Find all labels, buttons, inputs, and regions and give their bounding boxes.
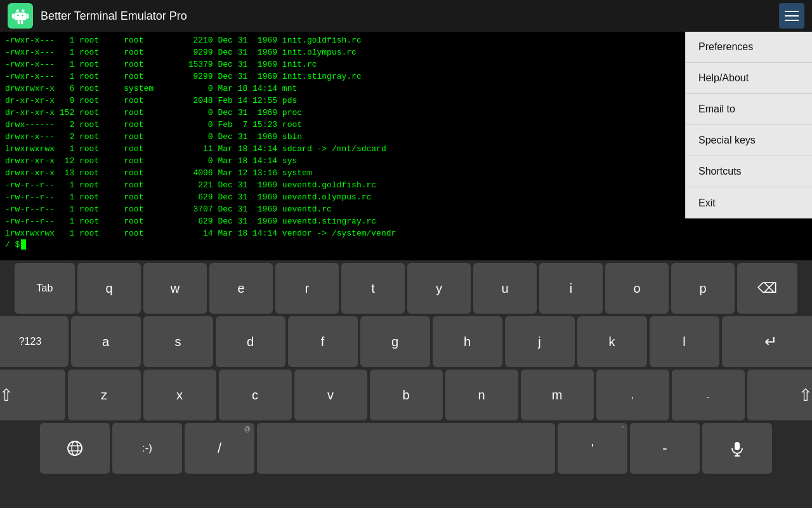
key-comma[interactable]: ,	[596, 370, 669, 420]
app-header: Better Terminal Emulator Pro	[0, 0, 812, 32]
key-j[interactable]: j	[505, 316, 575, 367]
svg-rect-13	[735, 442, 740, 450]
apostrophe-sub: "	[621, 425, 624, 432]
keyboard-row-3: ⇧ z x c v b n m , . ⇧	[1, 370, 811, 420]
key-a[interactable]: a	[71, 316, 141, 367]
terminal-line: -rwxr-x--- 1 root root 9299 Dec 31 1969 …	[5, 46, 680, 58]
key-b[interactable]: b	[370, 370, 443, 420]
menu-item-preferences[interactable]: Preferences	[686, 32, 812, 63]
menu-button[interactable]	[779, 3, 804, 29]
terminal-line: dr-xr-xr-x 152 root root 0 Dec 31 1969 p…	[5, 107, 680, 119]
key-g[interactable]: g	[360, 316, 430, 367]
android-logo	[8, 3, 33, 29]
globe-icon	[66, 439, 84, 457]
key-mic[interactable]	[702, 423, 772, 474]
terminal-output[interactable]: -rwxr-x--- 1 root root 2210 Dec 31 1969 …	[0, 32, 685, 260]
key-t[interactable]: t	[341, 263, 405, 314]
svg-point-9	[68, 441, 82, 455]
menu-line	[785, 11, 799, 12]
terminal-line: -rwxr-x--- 1 root root 9299 Dec 31 1969 …	[5, 70, 680, 83]
key-space[interactable]	[257, 423, 555, 474]
key-r[interactable]: r	[275, 263, 339, 314]
terminal-line: drwx------ 2 root root 0 Feb 7 15:23 roo…	[5, 119, 680, 131]
key-enter[interactable]: ↵	[722, 316, 813, 367]
virtual-keyboard: Tab q w e r t y u i o p ⌫ ?123 a s d f g…	[0, 260, 812, 508]
key-apostrophe[interactable]: ' "	[558, 423, 627, 474]
terminal-section: -rwxr-x--- 1 root root 2210 Dec 31 1969 …	[0, 32, 812, 260]
terminal-line: drwxr-xr-x 13 root root 4096 Mar 12 13:1…	[5, 167, 680, 179]
keyboard-row-2: ?123 a s d f g h j k l ↵	[1, 316, 811, 367]
terminal-text: -rwxr-x--- 1 root root 2210 Dec 31 1969 …	[5, 34, 680, 239]
mic-icon	[728, 439, 746, 457]
key-y[interactable]: y	[407, 263, 471, 314]
svg-point-10	[72, 441, 78, 455]
menu-item-shortcuts[interactable]: Shortcuts	[686, 156, 812, 187]
app-title: Better Terminal Emulator Pro	[41, 10, 779, 23]
key-123[interactable]: ?123	[0, 316, 69, 367]
svg-rect-4	[27, 14, 29, 19]
svg-point-1	[21, 9, 25, 13]
menu-line	[785, 20, 799, 21]
key-x[interactable]: x	[143, 370, 216, 420]
key-backspace[interactable]: ⌫	[737, 263, 797, 314]
svg-point-8	[22, 15, 23, 17]
terminal-line: drwxrwxr-x 6 root system 0 Mar 18 14:14 …	[5, 83, 680, 95]
terminal-line: -rw-r--r-- 1 root root 629 Dec 31 1969 u…	[5, 191, 680, 203]
key-e[interactable]: e	[209, 263, 273, 314]
svg-rect-5	[18, 20, 20, 24]
key-smiley[interactable]: :-)	[112, 423, 182, 474]
terminal-line: lrwxrwxrwx 1 root root 14 Mar 18 14:14 v…	[5, 227, 680, 239]
key-v[interactable]: v	[294, 370, 367, 420]
key-f[interactable]: f	[288, 316, 358, 367]
key-s[interactable]: s	[143, 316, 213, 367]
key-p[interactable]: p	[671, 263, 735, 314]
key-m[interactable]: m	[521, 370, 594, 420]
terminal-line: -rw-r--r-- 1 root root 3707 Dec 31 1969 …	[5, 203, 680, 215]
key-u[interactable]: u	[473, 263, 537, 314]
terminal-line: lrwxrwxrwx 1 root root 11 Mar 18 14:14 s…	[5, 143, 680, 155]
key-d[interactable]: d	[216, 316, 285, 367]
key-period[interactable]: .	[672, 370, 745, 420]
terminal-line: -rw-r--r-- 1 root root 221 Dec 31 1969 u…	[5, 179, 680, 191]
key-shift-right[interactable]: ⇧	[747, 370, 813, 420]
keyboard-row-1: Tab q w e r t y u i o p ⌫	[1, 263, 811, 314]
svg-point-7	[17, 15, 19, 17]
terminal-prompt-line: / $	[5, 239, 680, 250]
key-l[interactable]: l	[650, 316, 719, 367]
svg-rect-3	[12, 14, 15, 19]
key-q[interactable]: q	[77, 263, 141, 314]
terminal-line: -rw-r--r-- 1 root root 629 Dec 31 1969 u…	[5, 215, 680, 227]
key-h[interactable]: h	[433, 316, 502, 367]
dropdown-menu: Preferences Help/About Email to Special …	[685, 32, 812, 218]
terminal-line: dr-xr-xr-x 9 root root 2048 Feb 14 12:55…	[5, 95, 680, 107]
menu-line	[785, 15, 799, 17]
key-dash[interactable]: -	[630, 423, 700, 474]
svg-point-0	[16, 9, 20, 13]
slash-at-sub: @	[244, 425, 251, 432]
key-c[interactable]: c	[219, 370, 292, 420]
terminal-prompt: / $	[5, 240, 20, 250]
key-o[interactable]: o	[605, 263, 669, 314]
menu-item-special-keys[interactable]: Special keys	[686, 125, 812, 156]
svg-rect-6	[21, 20, 23, 24]
terminal-cursor	[21, 239, 26, 250]
key-i[interactable]: i	[539, 263, 603, 314]
menu-item-help[interactable]: Help/About	[686, 63, 812, 94]
menu-item-exit[interactable]: Exit	[686, 187, 812, 218]
keyboard-row-4: :-) / @ ' " -	[1, 423, 811, 474]
key-shift-left[interactable]: ⇧	[0, 370, 65, 420]
key-z[interactable]: z	[68, 370, 141, 420]
key-n[interactable]: n	[445, 370, 518, 420]
svg-rect-2	[14, 13, 26, 20]
menu-item-email[interactable]: Email to	[686, 94, 812, 125]
terminal-line: drwxr-x--- 2 root root 0 Dec 31 1969 sbi…	[5, 131, 680, 143]
key-w[interactable]: w	[143, 263, 207, 314]
key-tab[interactable]: Tab	[15, 263, 75, 314]
terminal-line: -rwxr-x--- 1 root root 15379 Dec 31 1969…	[5, 58, 680, 70]
key-k[interactable]: k	[577, 316, 647, 367]
terminal-line: drwxr-xr-x 12 root root 0 Mar 18 14:14 s…	[5, 155, 680, 167]
terminal-line: -rwxr-x--- 1 root root 2210 Dec 31 1969 …	[5, 34, 680, 46]
key-emoji[interactable]	[40, 423, 110, 474]
key-slash[interactable]: / @	[185, 423, 254, 474]
